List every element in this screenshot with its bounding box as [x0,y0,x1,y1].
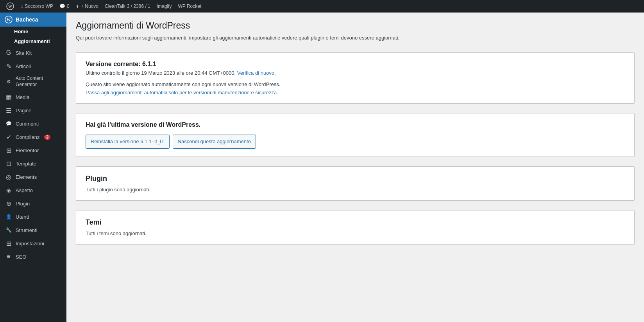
articles-icon: ✎ [5,62,13,70]
media-icon: ▦ [5,93,13,101]
sidebar: W Bacheca Home Aggiornamenti G Site Kit … [0,13,66,322]
sidebar-item-sitekit[interactable]: G Site Kit [0,46,66,59]
plugin-section-title: Plugin [86,174,625,183]
cleantalk-item[interactable]: CleanTalk 3 / 2386 / 1 [102,0,154,13]
utenti-icon: 👤 [5,213,13,221]
admin-bar: W ⌂ Soccorso WP 💬 0 + + Nuovo CleanTalk … [0,0,644,13]
current-version: Versione corrente: 6.1.1 [86,61,625,68]
sidebar-item-commenti[interactable]: 💬 Commenti [0,117,66,130]
elementor-icon: ⊞ [5,146,13,154]
sitekit-icon: G [5,49,13,57]
sidebar-item-plugin[interactable]: ⊕ Plugin [0,197,66,210]
impostazioni-icon: ⊞ [5,239,13,247]
sidebar-item-utenti[interactable]: 👤 Utenti [0,210,66,223]
hide-update-button[interactable]: Nascondi questo aggiornamento [173,135,256,149]
comments-item[interactable]: 💬 0 [56,0,73,13]
sidebar-brand[interactable]: W Bacheca [0,13,66,27]
strumenti-icon: 🔧 [5,226,13,234]
up-to-date-text: Hai già l'ultima versione di WordPress. [86,121,625,128]
verify-link[interactable]: Verifica di nuovo. [237,70,276,76]
auto-update-text: Questo sito viene aggiornato automaticam… [86,81,625,87]
sidebar-item-aspetto[interactable]: ◈ Aspetto [0,183,66,197]
pages-icon: ☰ [5,106,13,114]
sidebar-item-complianz[interactable]: ✓ Complianz 2 [0,130,66,144]
new-item[interactable]: + + Nuovo [73,0,102,13]
last-check: Ultimo controllo il giorno 19 Marzo 2023… [86,70,625,76]
sidebar-item-acg[interactable]: ⚙ Auto Content Generator [0,73,66,90]
sidebar-brand-label: Bacheca [16,16,38,23]
sidebar-item-aggiornamenti[interactable]: Aggiornamenti [0,36,66,46]
wp-button-group: Reinstalla la versione 6.1.1–it_IT Nasco… [86,135,625,149]
elements-icon: ◎ [5,173,13,181]
theme-section: Temi Tutti i temi sono aggiornati. [76,210,635,245]
main-layout: W Bacheca Home Aggiornamenti G Site Kit … [0,13,644,322]
house-icon: ⌂ [20,4,23,9]
svg-text:W: W [8,4,12,9]
theme-section-title: Temi [86,218,625,227]
comments-icon: 💬 [5,120,13,128]
plugin-section: Plugin Tutti i plugin sono aggiornati. [76,166,635,201]
wordpress-section: Versione corrente: 6.1.1 Ultimo controll… [76,52,635,104]
sidebar-item-seo[interactable]: ≡ SEO [0,250,66,263]
site-name-item[interactable]: ⌂ Soccorso WP [17,0,56,13]
page-title: Aggiornamenti di WordPress [76,20,635,31]
seo-icon: ≡ [5,253,13,261]
reinstall-button[interactable]: Reinstalla la versione 6.1.1–it_IT [86,135,170,149]
wp-logo-item[interactable]: W [3,0,17,13]
sidebar-item-template[interactable]: ⊡ Template [0,157,66,170]
sidebar-item-pagine[interactable]: ☰ Pagine [0,104,66,117]
wp-up-to-date-section: Hai già l'ultima versione di WordPress. … [76,113,635,157]
plugin-icon: ⊕ [5,200,13,207]
imagify-item[interactable]: Imagify [154,0,175,13]
sidebar-item-home[interactable]: Home [0,27,66,36]
sidebar-item-media[interactable]: ▦ Media [0,90,66,104]
plus-icon: + [76,3,79,10]
sidebar-item-elementor[interactable]: ⊞ Elementor [0,144,66,157]
comment-icon: 💬 [59,4,65,9]
acg-icon: ⚙ [5,78,13,86]
complianz-badge: 2 [44,135,50,140]
wp-rocket-item[interactable]: WP Rocket [175,0,204,13]
page-subtitle: Qui puoi trovare informazioni sugli aggi… [76,35,635,41]
svg-text:W: W [7,18,11,22]
sidebar-item-elements[interactable]: ◎ Elements [0,170,66,183]
sidebar-item-impostazioni[interactable]: ⊞ Impostazioni [0,237,66,250]
main-content: Aggiornamenti di WordPress Qui puoi trov… [66,13,644,322]
plugin-status: Tutti i plugin sono aggiornati. [86,187,625,192]
sidebar-item-articoli[interactable]: ✎ Articoli [0,59,66,73]
template-icon: ⊡ [5,160,13,167]
complianz-icon: ✓ [5,133,13,141]
sidebar-item-strumenti[interactable]: 🔧 Strumenti [0,223,66,237]
theme-status: Tutti i temi sono aggiornati. [86,230,625,236]
aspetto-icon: ◈ [5,186,13,194]
auto-update-maintenance-link[interactable]: Passa agli aggiornamenti automatici solo… [86,90,278,95]
auto-update-link-wrapper: Passa agli aggiornamenti automatici solo… [86,90,625,95]
